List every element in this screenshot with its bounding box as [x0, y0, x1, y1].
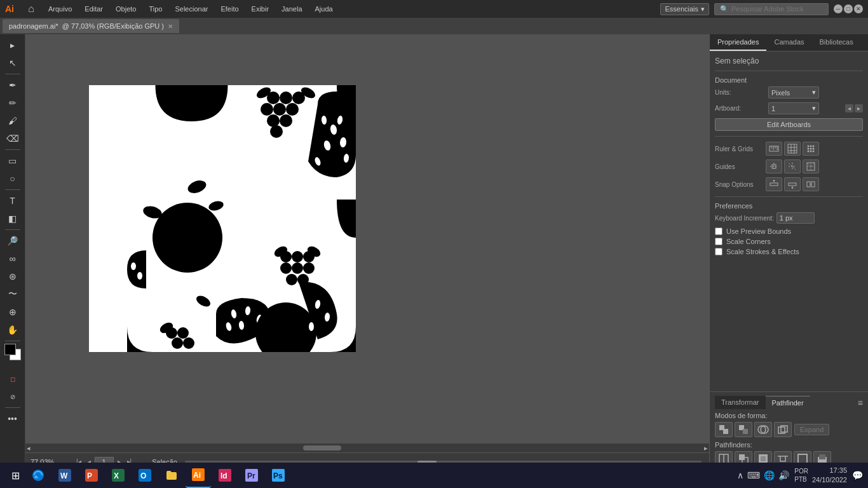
- menu-objeto[interactable]: Objeto: [111, 4, 141, 14]
- shape-mode-add[interactable]: [715, 422, 733, 437]
- svg-rect-104: [798, 454, 807, 463]
- gradient-tool[interactable]: ◧: [3, 210, 22, 227]
- stroke-fill-btn[interactable]: ◻: [3, 370, 22, 387]
- taskbar-files[interactable]: [159, 463, 184, 488]
- units-select[interactable]: Pixels ▾: [768, 86, 819, 98]
- brush-tool[interactable]: 🖌: [3, 112, 22, 129]
- artboard-select[interactable]: 1 ▾: [768, 102, 819, 114]
- shape-mode-exclude[interactable]: [774, 422, 792, 437]
- taskbar-indesign[interactable]: Id: [212, 463, 238, 488]
- ruler-grid-icon-3[interactable]: [803, 142, 819, 156]
- taskbar-network-icon[interactable]: 🌐: [764, 470, 775, 480]
- svg-point-18: [153, 203, 222, 273]
- scale-strokes-checkbox[interactable]: [715, 248, 722, 255]
- tab-info: @ 77,03% (RGB/Exibição GPU ): [62, 22, 164, 30]
- scroll-right-btn[interactable]: ▸: [704, 444, 708, 452]
- hand-tool[interactable]: ✋: [3, 322, 22, 338]
- document-tab[interactable]: padronagem.ai* @ 77,03% (RGB/Exibição GP…: [3, 19, 179, 33]
- scrollbar-thumb-h[interactable]: [303, 445, 341, 451]
- tab-pathfinder[interactable]: Pathfinder: [766, 396, 810, 409]
- pathfinders-label: Pathfinders:: [715, 441, 863, 449]
- scale-corners-checkbox[interactable]: [715, 238, 722, 245]
- color-boxes[interactable]: [4, 344, 21, 360]
- canvas-scroll[interactable]: [25, 34, 709, 444]
- menu-editar[interactable]: Editar: [79, 4, 108, 14]
- taskbar-illustrator[interactable]: Ai: [186, 463, 211, 488]
- blend-tool[interactable]: ∞: [3, 250, 22, 267]
- scale-corners-label[interactable]: Scale Corners: [726, 238, 771, 245]
- home-menu-btn[interactable]: ⌂: [22, 1, 41, 17]
- minimize-button[interactable]: ─: [834, 4, 843, 13]
- ruler-grid-icon-1[interactable]: [766, 142, 782, 156]
- use-preview-bounds-checkbox[interactable]: [715, 227, 722, 235]
- snap-icon-3[interactable]: [803, 177, 819, 191]
- foreground-color[interactable]: [4, 344, 16, 355]
- scale-strokes-label[interactable]: Scale Strokes & Effects: [726, 248, 799, 255]
- start-button[interactable]: ⊞: [5, 465, 25, 485]
- taskbar-outlook[interactable]: O: [132, 463, 158, 488]
- none-btn[interactable]: ⊘: [3, 388, 22, 405]
- edit-artboards-btn[interactable]: Edit Artboards: [715, 118, 863, 131]
- close-button[interactable]: ✕: [854, 4, 863, 13]
- taskbar-notification-icon[interactable]: 💬: [852, 470, 863, 480]
- menu-tipo[interactable]: Tipo: [144, 4, 167, 14]
- menu-ajuda[interactable]: Ajuda: [310, 4, 338, 14]
- search-bar[interactable]: 🔍: [714, 3, 829, 15]
- eraser-tool[interactable]: ⌫: [3, 130, 22, 147]
- snap-icon-2[interactable]: [784, 177, 801, 191]
- maximize-button[interactable]: □: [844, 4, 853, 13]
- zoom-tool[interactable]: ⊕: [3, 304, 22, 320]
- menu-janela[interactable]: Janela: [276, 4, 307, 14]
- taskbar-clock[interactable]: 17:35 24/10/2022: [812, 466, 847, 485]
- symbol-tool[interactable]: ⊛: [3, 268, 22, 285]
- taskbar-edge[interactable]: [25, 463, 51, 488]
- artboard[interactable]: [89, 85, 356, 352]
- direct-selection-tool[interactable]: ↖: [3, 55, 22, 71]
- guide-icon-3[interactable]: [803, 159, 819, 173]
- close-tab-icon[interactable]: ✕: [168, 23, 173, 30]
- selection-tool[interactable]: ▸: [3, 37, 22, 53]
- guide-icon-1[interactable]: [766, 159, 782, 173]
- tab-propriedades[interactable]: Propriedades: [710, 34, 766, 51]
- menu-exibir[interactable]: Exibir: [247, 4, 275, 14]
- more-tools-btn[interactable]: •••: [3, 410, 22, 427]
- workspace-selector[interactable]: Essenciais ▾: [660, 3, 709, 15]
- scroll-left-btn[interactable]: ◂: [27, 444, 31, 452]
- keyboard-increment-input[interactable]: [776, 212, 815, 224]
- taskbar-powerpoint[interactable]: P: [79, 463, 104, 488]
- tab-bibliotecas[interactable]: Bibliotecas: [812, 34, 861, 51]
- guide-icon-2[interactable]: [784, 159, 801, 173]
- warp-tool[interactable]: 〜: [3, 286, 22, 302]
- expand-button[interactable]: Expand: [794, 424, 829, 435]
- menu-efeito[interactable]: Efeito: [215, 4, 243, 14]
- menu-selecionar[interactable]: Selecionar: [170, 4, 213, 14]
- taskbar-expand-icon[interactable]: ∧: [737, 470, 743, 480]
- use-preview-bounds-label[interactable]: Use Preview Bounds: [726, 227, 791, 235]
- pencil-tool[interactable]: ✏: [3, 95, 22, 111]
- taskbar-photoshop[interactable]: Ps: [266, 463, 291, 488]
- tab-filename: padronagem.ai*: [9, 22, 58, 30]
- type-tool[interactable]: T: [3, 193, 22, 209]
- taskbar-excel[interactable]: X: [105, 463, 131, 488]
- tab-camadas[interactable]: Camadas: [766, 34, 811, 51]
- ellipse-tool[interactable]: ○: [3, 170, 22, 187]
- shape-mode-subtract[interactable]: [735, 422, 752, 437]
- prev-artboard-panel-btn[interactable]: ◂: [845, 104, 853, 112]
- pathfinder-menu-icon[interactable]: ≡: [858, 398, 863, 408]
- taskbar-keyboard-icon[interactable]: ⌨: [747, 470, 760, 480]
- menu-bar: Ai ⌂ Arquivo Editar Objeto Tipo Selecion…: [0, 0, 868, 18]
- taskbar-volume-icon[interactable]: 🔊: [778, 470, 789, 480]
- next-artboard-panel-btn[interactable]: ▸: [855, 104, 863, 112]
- search-input[interactable]: [731, 5, 820, 13]
- ruler-grid-icon-2[interactable]: [784, 142, 801, 156]
- horizontal-scrollbar[interactable]: ◂ ▸: [25, 444, 709, 452]
- taskbar-word[interactable]: W: [52, 463, 78, 488]
- menu-arquivo[interactable]: Arquivo: [43, 4, 77, 14]
- taskbar-premiere[interactable]: Pr: [239, 463, 264, 488]
- tab-transformar[interactable]: Transformar: [715, 396, 766, 409]
- shape-mode-intersect[interactable]: [754, 422, 772, 437]
- snap-icon-1[interactable]: [766, 177, 782, 191]
- pen-tool[interactable]: ✒: [3, 77, 22, 93]
- eyedropper-tool[interactable]: 🔎: [3, 233, 22, 249]
- shape-tool[interactable]: ▭: [3, 152, 22, 169]
